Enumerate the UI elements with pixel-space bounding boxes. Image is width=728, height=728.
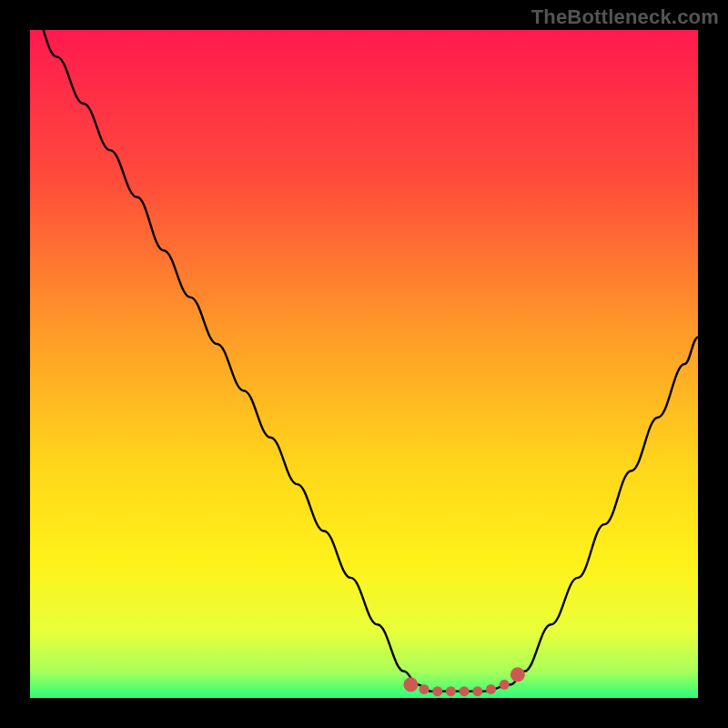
watermark-label: TheBottleneck.com — [531, 5, 719, 29]
optimal-marker-dot — [403, 677, 418, 692]
optimal-marker-dot — [420, 684, 430, 694]
optimal-marker-dot — [500, 680, 510, 690]
optimal-marker-dot — [460, 686, 470, 696]
optimal-marker-dot — [446, 686, 456, 696]
chart-frame: TheBottleneck.com — [0, 0, 728, 728]
optimal-marker-dot — [472, 686, 482, 696]
plot-area — [30, 30, 698, 698]
optimal-marker-dot — [432, 686, 442, 696]
optimal-marker-dot — [486, 684, 496, 694]
chart-svg — [30, 30, 698, 698]
gradient-background — [30, 30, 698, 698]
optimal-marker-dot — [511, 667, 525, 682]
